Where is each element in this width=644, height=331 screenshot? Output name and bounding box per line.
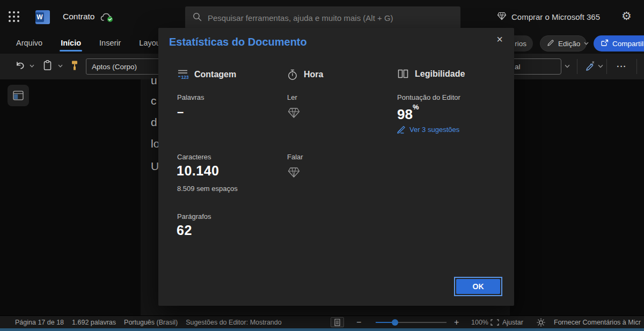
search-input[interactable] bbox=[208, 13, 453, 23]
editor-score-value: 98% bbox=[397, 103, 419, 123]
ok-button[interactable]: OK bbox=[454, 277, 502, 296]
section-header-contagem: 123 Contagem bbox=[177, 69, 236, 80]
taskbar-edge-strip bbox=[0, 328, 644, 331]
caracteres-label: Caracteres bbox=[177, 153, 211, 161]
document-title[interactable]: Contrato bbox=[63, 0, 94, 33]
font-name-value: Aptos (Corpo) bbox=[92, 63, 137, 71]
status-bar: Página 17 de 18 1.692 palavras Português… bbox=[0, 315, 644, 328]
ler-label: Ler bbox=[287, 93, 297, 101]
share-icon bbox=[601, 39, 609, 48]
clipboard-icon bbox=[43, 60, 52, 71]
print-layout-view-button[interactable] bbox=[331, 317, 344, 327]
premium-diamond-icon bbox=[497, 12, 507, 22]
word-count-indicator[interactable]: 1.692 palavras bbox=[72, 319, 116, 326]
zoom-slider-thumb[interactable] bbox=[392, 319, 398, 326]
editor-suggestions-indicator[interactable]: Sugestões do Editor: Mostrando bbox=[186, 319, 282, 326]
section-header-hora: Hora bbox=[287, 69, 323, 80]
page-view-icon bbox=[334, 319, 340, 326]
brightness-icon[interactable] bbox=[537, 318, 545, 328]
caracteres-sem-espacos: 8.509 sem espaços bbox=[177, 185, 238, 193]
font-name-selector[interactable]: Aptos (Corpo) bbox=[86, 58, 166, 75]
format-painter-button[interactable] bbox=[71, 60, 78, 71]
tab-inserir[interactable]: Inserir bbox=[98, 33, 122, 54]
style-dropdown-chevron-icon[interactable] bbox=[565, 64, 570, 68]
falar-label: Falar bbox=[287, 153, 303, 161]
style-value-partial: al bbox=[515, 63, 521, 71]
view-suggestions-label: Ver 3 sugestões bbox=[409, 126, 459, 134]
feedback-link[interactable]: Fornecer Comentários à Micr bbox=[554, 316, 644, 329]
buy-microsoft365-label: Comprar o Microsoft 365 bbox=[511, 12, 600, 21]
search-icon bbox=[193, 12, 202, 24]
svg-text:123: 123 bbox=[181, 75, 189, 80]
format-painter-icon bbox=[71, 60, 78, 71]
editing-mode-button[interactable]: Edição bbox=[540, 35, 587, 52]
page-indicator[interactable]: Página 17 de 18 bbox=[15, 319, 64, 326]
toolbar-separator bbox=[577, 59, 577, 74]
paste-button[interactable] bbox=[43, 60, 52, 71]
document-text-fragment: u bbox=[151, 74, 157, 87]
count-icon: 123 bbox=[177, 69, 188, 80]
language-indicator[interactable]: Português (Brasil) bbox=[124, 319, 178, 326]
tab-inicio[interactable]: Início bbox=[60, 33, 82, 54]
fit-to-width-button[interactable]: Ajustar bbox=[491, 316, 523, 329]
editing-mode-label: Edição bbox=[558, 40, 580, 48]
stopwatch-icon bbox=[287, 69, 298, 80]
zoom-level[interactable]: 100% bbox=[471, 316, 488, 329]
document-text-fragment: d bbox=[151, 116, 157, 129]
cloud-saved-icon[interactable] bbox=[100, 12, 114, 25]
palavras-value: – bbox=[177, 105, 184, 119]
tab-arquivo[interactable]: Arquivo bbox=[15, 33, 43, 54]
editor-pen-icon bbox=[397, 126, 406, 134]
dialog-close-button[interactable]: × bbox=[492, 31, 508, 47]
more-options-button[interactable]: ••• bbox=[613, 60, 631, 73]
caracteres-value: 10.140 bbox=[177, 163, 219, 179]
paste-dropdown-chevron-icon[interactable] bbox=[58, 64, 63, 68]
undo-button[interactable] bbox=[15, 60, 26, 71]
zoom-out-button[interactable]: − bbox=[356, 316, 361, 329]
magic-pen-chevron-icon[interactable] bbox=[598, 64, 603, 68]
share-button[interactable]: Compartilh bbox=[594, 35, 644, 52]
app-launcher-waffle-icon[interactable] bbox=[9, 11, 20, 23]
paragrafos-value: 62 bbox=[177, 223, 192, 238]
word-logo-icon[interactable]: W bbox=[35, 10, 50, 24]
magic-pen-icon bbox=[584, 60, 596, 72]
palavras-label: Palavras bbox=[177, 93, 204, 101]
open-book-icon bbox=[397, 69, 409, 79]
navigation-pane-toggle-button[interactable] bbox=[8, 85, 29, 106]
zoom-in-button[interactable]: + bbox=[454, 316, 459, 329]
chevron-down-icon bbox=[584, 42, 589, 45]
toolbar-separator bbox=[636, 59, 637, 74]
pencil-icon bbox=[547, 39, 554, 48]
document-text-fragment: c bbox=[151, 94, 157, 107]
settings-gear-icon[interactable]: ⚙ bbox=[621, 10, 632, 23]
pontuacao-label: Pontuação do Editor bbox=[397, 93, 460, 101]
editor-score-unit: % bbox=[413, 103, 419, 111]
premium-gem-icon bbox=[288, 167, 300, 180]
section-header-legibilidade: Legibilidade bbox=[397, 69, 465, 79]
magic-pen-button[interactable] bbox=[584, 60, 596, 72]
fit-width-icon bbox=[491, 319, 499, 326]
undo-dropdown-chevron-icon[interactable] bbox=[30, 64, 34, 68]
share-label: Compartilh bbox=[612, 40, 644, 48]
ribbon-tabs: Arquivo Início Inserir Layout bbox=[15, 33, 164, 54]
dialog-title: Estatísticas do Documento bbox=[169, 36, 307, 48]
document-text-fragment: U bbox=[151, 160, 159, 173]
word-logo-letter: W bbox=[35, 12, 44, 22]
premium-gem-icon bbox=[288, 107, 300, 121]
undo-icon bbox=[15, 60, 26, 71]
ok-button-label: OK bbox=[456, 279, 500, 294]
fit-label: Ajustar bbox=[502, 319, 523, 326]
search-box[interactable] bbox=[185, 6, 460, 29]
view-suggestions-link[interactable]: Ver 3 sugestões bbox=[397, 126, 459, 134]
toolbar-separator bbox=[606, 59, 607, 74]
paragrafos-label: Parágrafos bbox=[177, 212, 211, 220]
word-app-window: W Contrato bbox=[0, 0, 644, 331]
pane-toggle-icon bbox=[13, 91, 24, 100]
document-statistics-dialog: Estatísticas do Documento × 123 Contagem… bbox=[158, 28, 514, 306]
